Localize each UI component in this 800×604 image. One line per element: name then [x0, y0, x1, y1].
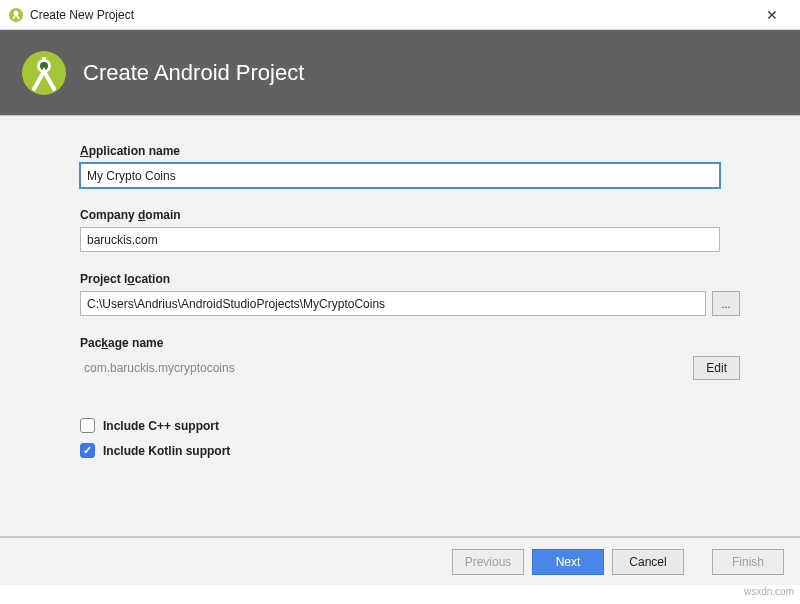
project-location-input[interactable] [80, 291, 706, 316]
application-name-group: Application name Application name [80, 144, 740, 188]
finish-button: Finish [712, 549, 784, 575]
package-name-value: com.baruckis.mycryptocoins [80, 361, 693, 375]
cpp-support-checkbox[interactable] [80, 418, 95, 433]
options-group: Include C++ support Include Kotlin suppo… [80, 418, 740, 458]
cpp-support-label: Include C++ support [103, 419, 219, 433]
next-button[interactable]: Next [532, 549, 604, 575]
package-name-label: Package name [80, 336, 740, 350]
company-domain-input[interactable] [80, 227, 720, 252]
application-name-input[interactable] [80, 163, 720, 188]
kotlin-support-label: Include Kotlin support [103, 444, 230, 458]
previous-button: Previous [452, 549, 524, 575]
kotlin-support-checkbox[interactable] [80, 443, 95, 458]
titlebar: Create New Project ✕ [0, 0, 800, 30]
project-location-group: Project location Project location ... [80, 272, 740, 316]
svg-rect-5 [42, 57, 46, 62]
browse-button[interactable]: ... [712, 291, 740, 316]
kotlin-support-row: Include Kotlin support [80, 443, 740, 458]
wizard-header: Create Android Project [0, 30, 800, 115]
wizard-footer: Previous Next Cancel Finish [0, 537, 800, 585]
project-location-label: Project location [80, 272, 740, 286]
form-content: Application name Application name Compan… [0, 116, 800, 536]
cpp-support-row: Include C++ support [80, 418, 740, 433]
watermark: wsxdn.com [744, 586, 794, 597]
close-icon[interactable]: ✕ [752, 7, 792, 23]
package-name-group: Package name Package name com.baruckis.m… [80, 336, 740, 380]
company-domain-label: Company domain [80, 208, 740, 222]
window-title: Create New Project [30, 8, 752, 22]
application-name-label: Application name [80, 144, 740, 158]
header-title: Create Android Project [83, 60, 304, 86]
edit-package-button[interactable]: Edit [693, 356, 740, 380]
android-studio-icon [8, 7, 24, 23]
company-domain-group: Company domain Company domain [80, 208, 740, 252]
android-studio-logo-icon [20, 49, 68, 97]
cancel-button[interactable]: Cancel [612, 549, 684, 575]
